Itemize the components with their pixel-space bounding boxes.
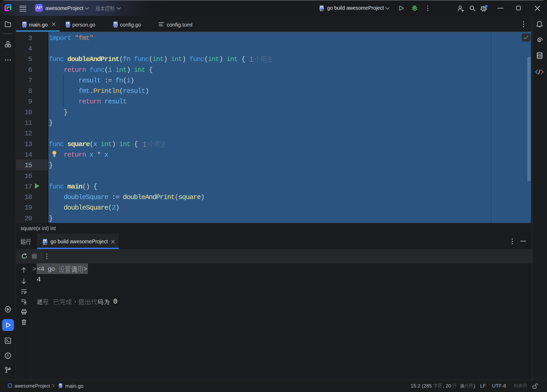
svg-text:GO: GO xyxy=(6,6,10,8)
